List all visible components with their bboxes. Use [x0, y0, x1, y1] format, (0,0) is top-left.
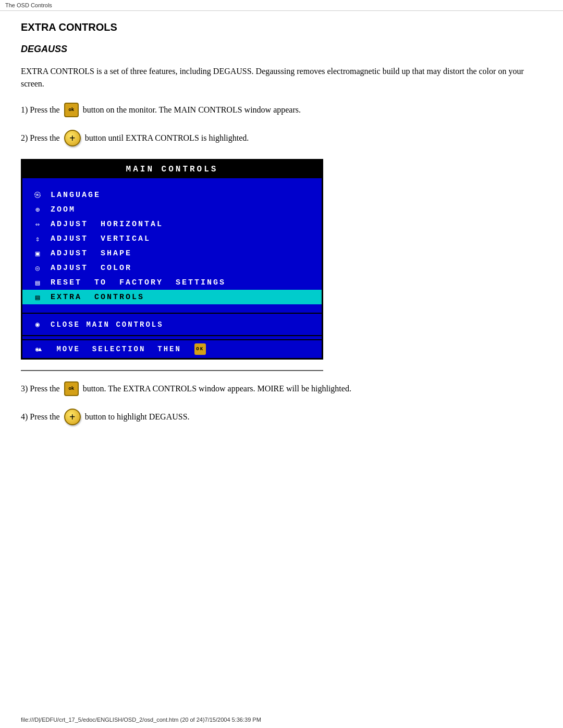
menu-label-adjust-shape: ADJUST SHAPE — [51, 249, 132, 258]
menu-item-adjust-horizontal[interactable]: ⇔ ADJUST HORIZONTAL — [22, 217, 322, 231]
menu-label-reset: RESET TO FACTORY SETTINGS — [51, 278, 226, 287]
step-3-prefix: Press the — [30, 382, 59, 395]
menu-item-adjust-shape[interactable]: ▣ ADJUST SHAPE — [22, 246, 322, 261]
menu-label-zoom: ZOOM — [51, 205, 76, 214]
step-1-prefix: Press the — [30, 104, 59, 116]
plus-label-2: + — [69, 409, 75, 425]
ok-nav-icon: OK — [194, 343, 206, 355]
section-title: DEGAUSS — [21, 44, 542, 55]
menu-item-adjust-vertical[interactable]: ⇕ ADJUST VERTICAL — [22, 231, 322, 246]
osd-label-1: ok — [68, 106, 74, 114]
reset-icon: ▤ — [31, 278, 45, 287]
screen-header: MAIN CONTROLS — [22, 161, 322, 178]
menu-label-nav: MOVE SELECTION THEN — [51, 345, 193, 353]
step-3-suffix: button. The EXTRA CONTROLS window appear… — [83, 382, 351, 395]
menu-label-adjust-color: ADJUST COLOR — [51, 264, 132, 273]
separator-line — [21, 370, 323, 371]
color-icon: ◎ — [31, 264, 45, 273]
step-1-suffix: button on the monitor. The MAIN CONTROLS… — [83, 104, 301, 116]
step-1: 1) Press the ok button on the monitor. T… — [21, 103, 542, 117]
menu-item-adjust-color[interactable]: ◎ ADJUST COLOR — [22, 261, 322, 275]
screen-body: ㉿ LANGUAGE ⊕ ZOOM ⇔ ADJUST HORIZONTAL ⇕ … — [22, 178, 322, 358]
screen-footer-close: ◉ CLOSE MAIN CONTROLS — [22, 317, 322, 332]
menu-label-close: CLOSE MAIN CONTROLS — [51, 320, 164, 329]
screen-divider-2 — [22, 335, 322, 336]
step-2-number: 2) — [21, 132, 30, 144]
step-4: 4) Press the + button to highlight DEGAU… — [21, 409, 542, 425]
menu-item-language[interactable]: ㉿ LANGUAGE — [22, 188, 322, 202]
nav-icon-left: ◉▲ — [31, 346, 45, 353]
menu-item-extra-controls[interactable]: ▤ EXTRA CONTROLS — [22, 290, 322, 304]
menu-label-language: LANGUAGE — [51, 191, 101, 200]
status-bar: file:///D|/EDFU/crt_17_5/edoc/ENGLISH/OS… — [21, 717, 261, 723]
monitor-screen: MAIN CONTROLS ㉿ LANGUAGE ⊕ ZOOM ⇔ ADJUST… — [21, 159, 323, 360]
close-main-icon: ◉ — [31, 320, 45, 329]
step-2-suffix: button until EXTRA CONTROLS is highlight… — [85, 132, 249, 144]
screen-divider-1 — [22, 313, 322, 314]
menu-label-adjust-vertical: ADJUST VERTICAL — [51, 235, 151, 243]
browser-bar-text: The OSD Controls — [5, 2, 52, 8]
step-4-number: 4) — [21, 411, 30, 423]
step-4-suffix: button to highlight DEGAUSS. — [85, 411, 190, 423]
screen-footer-nav: ◉▲ MOVE SELECTION THEN OK — [22, 339, 322, 358]
step-2-prefix: Press the — [30, 132, 59, 144]
step-3-number: 3) — [21, 382, 30, 395]
step-1-number: 1) — [21, 104, 30, 116]
menu-item-zoom[interactable]: ⊕ ZOOM — [22, 202, 322, 217]
extra-icon: ▤ — [31, 293, 45, 302]
plus-button-1[interactable]: + — [64, 130, 81, 146]
intro-text: EXTRA CONTROLS is a set of three feature… — [21, 65, 542, 90]
osd-button-1[interactable]: ok — [64, 103, 79, 117]
zoom-icon: ⊕ — [31, 205, 45, 214]
osd-button-2[interactable]: ok — [64, 381, 79, 396]
menu-item-reset[interactable]: ▤ RESET TO FACTORY SETTINGS — [22, 275, 322, 290]
page-title: EXTRA CONTROLS — [21, 21, 542, 33]
step-4-prefix: Press the — [30, 411, 59, 423]
menu-label-extra-controls: EXTRA CONTROLS — [51, 293, 144, 302]
step-3: 3) Press the ok button. The EXTRA CONTRO… — [21, 381, 542, 396]
shape-icon: ▣ — [31, 249, 45, 258]
menu-label-adjust-horizontal: ADJUST HORIZONTAL — [51, 220, 163, 229]
vert-icon: ⇕ — [31, 235, 45, 243]
plus-label-1: + — [69, 130, 75, 146]
step-2: 2) Press the + button until EXTRA CONTRO… — [21, 130, 542, 146]
osd-label-2: ok — [68, 385, 74, 392]
plus-button-2[interactable]: + — [64, 409, 81, 425]
browser-bar: The OSD Controls — [0, 0, 563, 11]
horiz-icon: ⇔ — [31, 220, 45, 229]
language-icon: ㉿ — [31, 190, 45, 200]
